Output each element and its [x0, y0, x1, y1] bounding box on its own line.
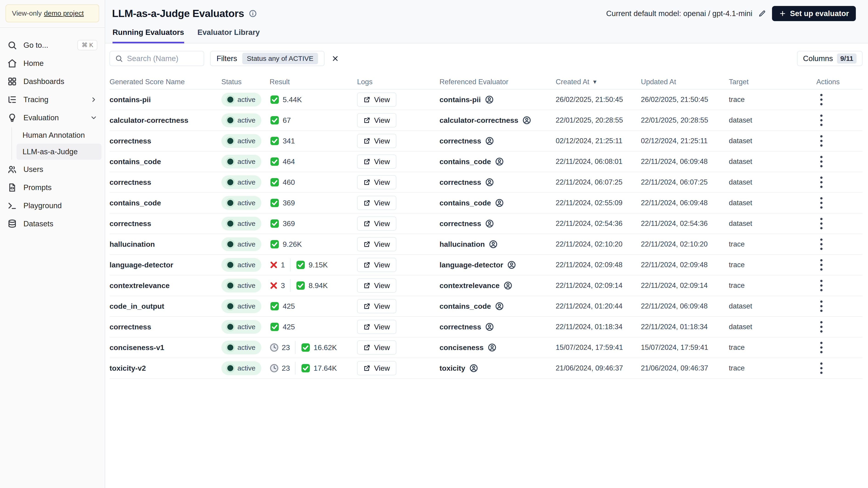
view-logs-button[interactable]: View: [357, 175, 396, 189]
sidebar-item-tracing[interactable]: Tracing: [3, 91, 101, 108]
view-logs-button[interactable]: View: [357, 258, 396, 272]
row-actions-button[interactable]: [818, 319, 825, 335]
success-check-icon: [270, 157, 280, 167]
referenced-evaluator[interactable]: contains-pii: [439, 95, 556, 104]
kebab-menu-icon: [820, 362, 823, 374]
kebab-menu-icon: [820, 300, 823, 312]
kebab-menu-icon: [820, 341, 823, 354]
col-target[interactable]: Target: [729, 78, 816, 86]
result-cell: 460: [270, 177, 357, 187]
col-logs[interactable]: Logs: [357, 78, 439, 86]
row-actions-button[interactable]: [818, 298, 825, 315]
clear-filters-icon[interactable]: [331, 55, 339, 62]
row-actions-button[interactable]: [818, 277, 825, 294]
view-logs-button[interactable]: View: [357, 93, 396, 107]
status-badge: active: [221, 134, 261, 148]
referenced-evaluator[interactable]: contains_code: [439, 157, 556, 166]
target: trace: [729, 96, 816, 104]
filters-button[interactable]: Filters Status any of ACTIVE: [210, 51, 324, 66]
result-separator: [290, 258, 290, 271]
row-actions-button[interactable]: [818, 215, 825, 232]
view-logs-button[interactable]: View: [357, 134, 396, 148]
row-actions-button[interactable]: [818, 91, 825, 108]
referenced-evaluator[interactable]: hallucination: [439, 240, 556, 249]
referenced-evaluator[interactable]: calculator-correctness: [439, 116, 556, 125]
kebab-menu-icon: [820, 321, 823, 333]
col-updated-at[interactable]: Updated At: [641, 78, 729, 86]
referenced-evaluator[interactable]: contextrelevance: [439, 281, 556, 290]
sidebar-item-label: Datasets: [24, 220, 53, 228]
columns-button[interactable]: Columns 9/11: [797, 51, 863, 66]
referenced-evaluator[interactable]: correctness: [439, 323, 556, 331]
created-at: 22/11/2024, 02:09:48: [556, 261, 641, 269]
sidebar-item-human-annotation[interactable]: Human Annotation: [17, 127, 101, 143]
sidebar-item-llm-as-a-judge[interactable]: LLM-as-a-Judge: [17, 144, 101, 160]
success-count: 460: [270, 177, 295, 187]
columns-count-badge: 9/11: [837, 54, 857, 64]
target: trace: [729, 261, 816, 269]
created-at: 26/02/2025, 21:50:45: [556, 96, 641, 104]
row-actions-button[interactable]: [818, 236, 825, 253]
sidebar-item-home[interactable]: Home: [3, 54, 101, 72]
view-logs-button[interactable]: View: [357, 196, 396, 210]
filters-label: Filters: [217, 54, 237, 63]
result-cell: 23 17.64K: [270, 362, 357, 375]
score-name: correctness: [110, 220, 221, 228]
sidebar-item-prompts[interactable]: Prompts: [3, 178, 101, 196]
view-logs-button[interactable]: View: [357, 237, 396, 251]
referenced-evaluator[interactable]: conciseness: [439, 343, 556, 352]
external-link-icon: [364, 261, 370, 268]
search-input[interactable]: [127, 54, 198, 63]
referenced-evaluator[interactable]: toxicity: [439, 364, 556, 372]
target: trace: [729, 240, 816, 248]
referenced-evaluator[interactable]: correctness: [439, 219, 556, 228]
tab-evaluator-library[interactable]: Evaluator Library: [197, 28, 260, 43]
row-actions-button[interactable]: [818, 195, 825, 211]
row-actions-button[interactable]: [818, 174, 825, 191]
sidebar-item-datasets[interactable]: Datasets: [3, 215, 101, 233]
row-actions-button[interactable]: [818, 339, 825, 356]
row-actions-button[interactable]: [818, 153, 825, 170]
referenced-evaluator[interactable]: correctness: [439, 178, 556, 187]
view-logs-button[interactable]: View: [357, 361, 396, 375]
col-created-at[interactable]: Created At▼: [556, 78, 641, 86]
sidebar-item-users[interactable]: Users: [3, 160, 101, 178]
referenced-evaluator[interactable]: correctness: [439, 137, 556, 145]
row-actions-button[interactable]: [818, 257, 825, 273]
active-dot-icon: [227, 262, 233, 268]
col-generated-score-name[interactable]: Generated Score Name: [110, 78, 221, 86]
view-logs-button[interactable]: View: [357, 340, 396, 355]
view-logs-button[interactable]: View: [357, 217, 396, 231]
sidebar-item-evaluation[interactable]: Evaluation: [3, 108, 101, 127]
referenced-evaluator[interactable]: contains_code: [439, 199, 556, 207]
target: dataset: [729, 323, 816, 331]
active-dot-icon: [227, 324, 233, 330]
status-badge: active: [221, 340, 261, 354]
row-actions-button[interactable]: [818, 360, 825, 377]
updated-at: 21/06/2024, 09:46:37: [641, 364, 729, 372]
demo-project-link[interactable]: demo project: [44, 9, 84, 17]
referenced-evaluator[interactable]: contains_code: [439, 302, 556, 311]
edit-pencil-icon[interactable]: [758, 10, 766, 18]
created-at: 22/11/2024, 06:07:25: [556, 178, 641, 186]
view-logs-button[interactable]: View: [357, 299, 396, 313]
set-up-evaluator-button[interactable]: Set up evaluator: [772, 6, 856, 21]
view-logs-button[interactable]: View: [357, 320, 396, 334]
sidebar-item-dashboards[interactable]: Dashboards: [3, 72, 101, 91]
sidebar-item-playground[interactable]: Playground: [3, 196, 101, 215]
result-cell: 23 16.62K: [270, 341, 357, 354]
tab-running-evaluators[interactable]: Running Evaluators: [113, 28, 184, 43]
sidebar-item-goto[interactable]: Go to... ⌘ K: [3, 36, 101, 54]
info-icon[interactable]: [249, 9, 257, 18]
view-logs-button[interactable]: View: [357, 155, 396, 169]
row-actions-button[interactable]: [818, 133, 825, 149]
row-actions-button[interactable]: [818, 112, 825, 129]
target: trace: [729, 344, 816, 352]
col-status[interactable]: Status: [221, 78, 270, 86]
result-cell: 369: [270, 219, 357, 229]
view-logs-button[interactable]: View: [357, 279, 396, 293]
col-result[interactable]: Result: [270, 78, 357, 86]
view-logs-button[interactable]: View: [357, 113, 396, 127]
col-referenced-evaluator[interactable]: Referenced Evaluator: [439, 78, 556, 86]
referenced-evaluator[interactable]: language-detector: [439, 261, 556, 269]
